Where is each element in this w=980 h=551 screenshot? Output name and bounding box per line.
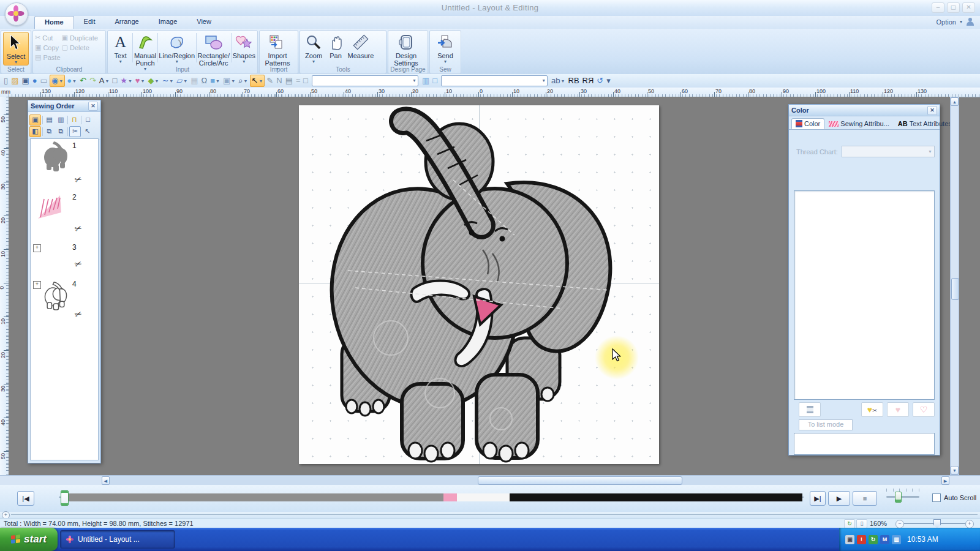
start-button[interactable]: start: [0, 528, 58, 551]
scroll-right-icon[interactable]: ▶: [941, 476, 949, 485]
design-page[interactable]: [299, 105, 659, 464]
speed-slider-thumb[interactable]: [895, 492, 902, 503]
minimize-button[interactable]: –: [932, 2, 944, 13]
frame-tool-icon[interactable]: □: [111, 75, 118, 86]
cut-button[interactable]: ✂Cut: [35, 34, 61, 42]
option-list-icon[interactable]: ▭: [39, 75, 49, 86]
applique-icon[interactable]: ■▼: [209, 75, 221, 86]
shapes-button[interactable]: Shapes ▾: [233, 32, 255, 64]
scroll-left-icon[interactable]: ◀: [102, 476, 110, 485]
frame-outline-icon[interactable]: □: [302, 75, 309, 86]
rectangle-circle-arc-button[interactable]: Rectangle/ Circle/Arc: [197, 32, 230, 67]
tray-icon-display[interactable]: ▣: [845, 535, 854, 544]
horizontal-scroll-thumb[interactable]: [478, 476, 682, 485]
vertical-scroll-thumb[interactable]: [951, 278, 959, 300]
trim-scissors-icon[interactable]: ✂: [69, 126, 81, 137]
move-forward-icon[interactable]: ⧉: [44, 127, 55, 137]
applique-faded-button[interactable]: ♥: [887, 402, 909, 417]
user-account-icon[interactable]: [966, 18, 974, 26]
sewing-order-list[interactable]: 1 ✂ 2: [30, 138, 99, 460]
more-tools-chevron-icon[interactable]: ▾: [605, 75, 612, 86]
manual-punch-button[interactable]: Manual Punch ▾: [134, 32, 156, 71]
tab-image[interactable]: Image: [149, 16, 187, 29]
open-folder-icon[interactable]: ▨: [10, 75, 20, 86]
vertical-scrollbar[interactable]: ▲ ▼: [950, 97, 959, 475]
region-frame-icon[interactable]: □: [431, 75, 439, 86]
expand-icon-3[interactable]: +: [33, 244, 41, 252]
zoom-in-icon[interactable]: +: [965, 520, 974, 528]
hatch-stitch-icon[interactable]: ▤: [284, 75, 294, 86]
zoom-tool-icon[interactable]: ⌕▼: [237, 75, 249, 86]
tray-icon-update[interactable]: ↻: [869, 535, 878, 544]
letters-rb-icon[interactable]: RB: [567, 75, 581, 86]
monogram-icon[interactable]: N: [275, 75, 283, 86]
tab-color[interactable]: Color: [791, 118, 824, 129]
select-frame-icon[interactable]: ▣: [29, 114, 41, 126]
tray-icon-messenger[interactable]: M: [880, 535, 889, 544]
star-shape-icon[interactable]: ★▼: [119, 75, 134, 86]
scroll-up-icon[interactable]: ▲: [951, 97, 959, 106]
color-list-box[interactable]: [794, 190, 935, 400]
pointer-icon[interactable]: ↖: [82, 127, 92, 137]
applique-cut-button[interactable]: ♥✂: [861, 402, 883, 417]
mirror-letters-icon[interactable]: RЯ: [581, 75, 595, 86]
close-button[interactable]: ✕: [962, 2, 975, 13]
stitch-type-combo[interactable]: ▼: [312, 75, 418, 86]
applique-outline-button[interactable]: ♡: [913, 402, 935, 417]
save-icon[interactable]: ▣: [20, 75, 30, 86]
manual-punch-icon[interactable]: ◆▼: [147, 75, 160, 86]
knife-tool-icon[interactable]: ▦: [189, 75, 199, 86]
tab-text-attributes[interactable]: AB Text Attributes: [894, 118, 956, 129]
move-first-icon[interactable]: ▤: [44, 115, 55, 125]
play-button[interactable]: ▶: [828, 491, 850, 506]
option-menu[interactable]: Option: [937, 18, 956, 26]
rewind-button[interactable]: |◀: [17, 491, 34, 506]
simulator-position-thumb[interactable]: [61, 490, 69, 506]
select-tool-icon[interactable]: ↖▼: [250, 75, 265, 87]
sewing-order-title-bar[interactable]: Sewing Order ✕: [28, 100, 100, 112]
tab-edit[interactable]: Edit: [74, 16, 105, 29]
text-button[interactable]: A Text ▾: [110, 32, 131, 64]
hoop-view-icon[interactable]: ◉▼: [50, 75, 65, 87]
stamp-tool-icon[interactable]: Ω: [200, 75, 209, 86]
measure-button[interactable]: Measure: [346, 32, 375, 59]
line-region-icon[interactable]: ∼▼: [160, 75, 175, 86]
sew-area-icon[interactable]: ●▼: [66, 75, 78, 86]
duplicate-button[interactable]: ▣Duplicate: [62, 34, 98, 42]
move-last-icon[interactable]: ▥: [56, 115, 66, 125]
shapes-tool-icon[interactable]: ♥▼: [134, 75, 146, 86]
sewing-order-close-icon[interactable]: ✕: [88, 102, 98, 111]
new-document-icon[interactable]: ▯: [2, 75, 9, 86]
undo-icon[interactable]: ↶: [78, 75, 88, 86]
tray-icon-security[interactable]: !: [857, 535, 866, 544]
color-panel-close-icon[interactable]: ✕: [927, 106, 937, 115]
refresh-status-icon[interactable]: ↻: [844, 519, 855, 528]
delete-button[interactable]: ▢Delete: [62, 43, 98, 51]
tab-view[interactable]: View: [187, 16, 221, 29]
paste-button[interactable]: ▤Paste: [35, 53, 61, 61]
horizontal-scrollbar[interactable]: ◀ ▶: [0, 475, 980, 485]
tray-icon-network[interactable]: ▥: [892, 535, 901, 544]
elephant-embroidery-design[interactable]: [299, 105, 659, 464]
sewing-order-item-4[interactable]: + 4: [31, 277, 98, 309]
sewing-order-item-1[interactable]: 1: [31, 139, 98, 174]
line-region-button[interactable]: Line/Region ▾: [159, 32, 195, 64]
frame-edit-icon[interactable]: □: [83, 115, 93, 125]
thread-color-combo[interactable]: ▼: [441, 75, 548, 86]
scroll-down-icon[interactable]: ▼: [951, 466, 959, 474]
auto-scroll-checkbox[interactable]: [932, 493, 941, 502]
move-backward-icon[interactable]: ⧉: [56, 127, 66, 137]
outline-tool-icon[interactable]: ▱▼: [175, 75, 189, 86]
select-button[interactable]: Select ▾: [3, 32, 29, 66]
copy-button[interactable]: ▣Copy: [35, 43, 61, 51]
zoom-slider-thumb[interactable]: [933, 519, 941, 528]
speed-slider[interactable]: [886, 496, 919, 498]
stitch-progress-bar[interactable]: [69, 493, 802, 501]
zoom-slider[interactable]: − +: [895, 520, 974, 527]
page-status-icon[interactable]: ▯: [856, 519, 867, 528]
to-list-mode-button[interactable]: To list mode: [799, 419, 853, 430]
maximize-button[interactable]: ▢: [947, 2, 960, 13]
redo-icon[interactable]: ↷: [88, 75, 97, 86]
thread-chart-select[interactable]: ▼: [842, 146, 935, 157]
taskbar-item-layout-editing[interactable]: Untitled - Layout ...: [60, 530, 175, 549]
